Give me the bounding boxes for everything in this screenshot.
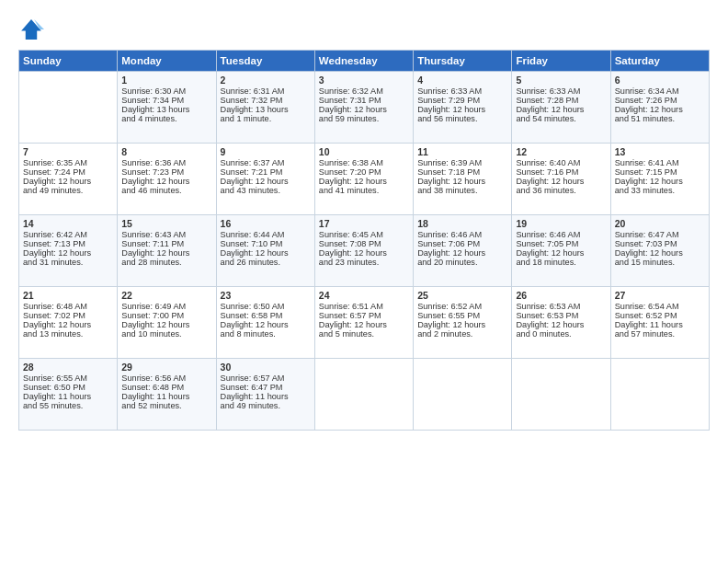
column-header-friday: Friday xyxy=(512,51,610,72)
day-info: and 2 minutes. xyxy=(417,329,507,339)
day-info: Daylight: 12 hours xyxy=(319,177,409,186)
day-cell: 18Sunrise: 6:46 AMSunset: 7:06 PMDayligh… xyxy=(414,215,512,287)
day-number: 8 xyxy=(121,146,211,157)
day-cell: 19Sunrise: 6:46 AMSunset: 7:05 PMDayligh… xyxy=(512,215,610,287)
day-info: Sunrise: 6:37 AM xyxy=(221,158,311,167)
day-info: Sunrise: 6:48 AM xyxy=(23,302,113,311)
day-cell: 20Sunrise: 6:47 AMSunset: 7:03 PMDayligh… xyxy=(610,215,709,287)
calendar-body: 1Sunrise: 6:30 AMSunset: 7:34 PMDaylight… xyxy=(19,72,710,431)
day-cell: 3Sunrise: 6:32 AMSunset: 7:31 PMDaylight… xyxy=(314,72,413,144)
day-cell: 30Sunrise: 6:57 AMSunset: 6:47 PMDayligh… xyxy=(216,359,314,431)
column-header-sunday: Sunday xyxy=(19,51,118,72)
day-info: Sunset: 7:29 PM xyxy=(417,96,507,105)
day-cell: 26Sunrise: 6:53 AMSunset: 6:53 PMDayligh… xyxy=(512,287,610,359)
day-info: Sunset: 6:48 PM xyxy=(121,383,211,392)
day-info: and 54 minutes. xyxy=(516,114,606,123)
day-info: Daylight: 11 hours xyxy=(615,320,705,329)
day-cell xyxy=(512,359,610,431)
day-number: 1 xyxy=(121,75,211,86)
day-info: Sunset: 7:34 PM xyxy=(121,96,211,105)
day-info: Sunrise: 6:35 AM xyxy=(23,158,113,167)
logo-icon xyxy=(18,17,44,42)
day-info: Daylight: 12 hours xyxy=(615,177,705,186)
svg-marker-0 xyxy=(21,19,41,40)
day-info: Daylight: 12 hours xyxy=(221,177,311,186)
day-info: Daylight: 12 hours xyxy=(516,248,606,258)
day-number: 22 xyxy=(121,290,211,301)
day-info: Sunset: 7:02 PM xyxy=(23,311,113,320)
day-cell: 27Sunrise: 6:54 AMSunset: 6:52 PMDayligh… xyxy=(610,287,709,359)
day-cell: 7Sunrise: 6:35 AMSunset: 7:24 PMDaylight… xyxy=(19,144,118,215)
column-header-saturday: Saturday xyxy=(610,51,709,72)
day-cell: 14Sunrise: 6:42 AMSunset: 7:13 PMDayligh… xyxy=(19,215,118,287)
day-number: 29 xyxy=(121,362,211,373)
day-info: and 18 minutes. xyxy=(516,258,606,267)
day-cell: 23Sunrise: 6:50 AMSunset: 6:58 PMDayligh… xyxy=(216,287,314,359)
day-number: 20 xyxy=(615,218,705,229)
day-info: and 26 minutes. xyxy=(221,258,311,267)
day-cell: 2Sunrise: 6:31 AMSunset: 7:32 PMDaylight… xyxy=(216,72,314,144)
day-info: Daylight: 12 hours xyxy=(417,320,507,329)
day-cell xyxy=(414,359,512,431)
day-info: Daylight: 12 hours xyxy=(615,105,705,114)
day-info: and 0 minutes. xyxy=(516,329,606,339)
day-number: 10 xyxy=(319,146,409,157)
day-number: 14 xyxy=(23,218,113,229)
day-info: and 36 minutes. xyxy=(516,186,606,195)
day-cell: 12Sunrise: 6:40 AMSunset: 7:16 PMDayligh… xyxy=(512,144,610,215)
calendar-header: SundayMondayTuesdayWednesdayThursdayFrid… xyxy=(19,51,710,72)
day-info: Daylight: 12 hours xyxy=(121,320,211,329)
day-info: Sunrise: 6:44 AM xyxy=(221,230,311,239)
day-info: Sunset: 6:52 PM xyxy=(615,311,705,320)
day-info: Sunset: 7:13 PM xyxy=(23,239,113,248)
week-row-5: 28Sunrise: 6:55 AMSunset: 6:50 PMDayligh… xyxy=(19,359,710,431)
day-info: Sunrise: 6:38 AM xyxy=(319,158,409,167)
day-info: Sunrise: 6:40 AM xyxy=(516,158,606,167)
day-info: and 4 minutes. xyxy=(121,114,211,123)
day-info: Sunrise: 6:42 AM xyxy=(23,230,113,239)
day-info: and 49 minutes. xyxy=(23,186,113,195)
day-info: Sunset: 7:24 PM xyxy=(23,167,113,177)
day-info: Daylight: 12 hours xyxy=(121,248,211,258)
day-info: Daylight: 12 hours xyxy=(121,177,211,186)
day-info: Sunset: 7:11 PM xyxy=(121,239,211,248)
day-info: Daylight: 12 hours xyxy=(417,177,507,186)
day-cell: 9Sunrise: 6:37 AMSunset: 7:21 PMDaylight… xyxy=(216,144,314,215)
column-header-monday: Monday xyxy=(118,51,216,72)
day-info: and 5 minutes. xyxy=(319,329,409,339)
day-info: and 23 minutes. xyxy=(319,258,409,267)
day-info: Sunrise: 6:43 AM xyxy=(121,230,211,239)
day-info: and 55 minutes. xyxy=(23,401,113,410)
day-info: Sunrise: 6:57 AM xyxy=(221,373,311,383)
day-info: Sunset: 6:50 PM xyxy=(23,383,113,392)
day-info: and 15 minutes. xyxy=(615,258,705,267)
day-info: Sunrise: 6:41 AM xyxy=(615,158,705,167)
week-row-4: 21Sunrise: 6:48 AMSunset: 7:02 PMDayligh… xyxy=(19,287,710,359)
day-number: 28 xyxy=(23,362,113,373)
day-info: Sunset: 7:20 PM xyxy=(319,167,409,177)
day-info: Daylight: 13 hours xyxy=(221,105,311,114)
day-info: Sunset: 7:10 PM xyxy=(221,239,311,248)
day-info: Sunset: 6:58 PM xyxy=(221,311,311,320)
day-info: Daylight: 12 hours xyxy=(516,320,606,329)
day-cell xyxy=(610,359,709,431)
day-info: Sunset: 7:06 PM xyxy=(417,239,507,248)
day-info: Daylight: 12 hours xyxy=(516,105,606,114)
day-cell xyxy=(314,359,413,431)
day-info: Sunset: 7:21 PM xyxy=(221,167,311,177)
day-info: Sunrise: 6:32 AM xyxy=(319,86,409,96)
day-number: 24 xyxy=(319,290,409,301)
day-cell: 25Sunrise: 6:52 AMSunset: 6:55 PMDayligh… xyxy=(414,287,512,359)
day-info: Sunrise: 6:49 AM xyxy=(121,302,211,311)
day-info: and 10 minutes. xyxy=(121,329,211,339)
day-info: Sunset: 7:26 PM xyxy=(615,96,705,105)
day-info: and 31 minutes. xyxy=(23,258,113,267)
day-info: Sunset: 7:15 PM xyxy=(615,167,705,177)
day-info: and 33 minutes. xyxy=(615,186,705,195)
day-number: 12 xyxy=(516,146,606,157)
day-cell: 11Sunrise: 6:39 AMSunset: 7:18 PMDayligh… xyxy=(414,144,512,215)
day-cell: 1Sunrise: 6:30 AMSunset: 7:34 PMDaylight… xyxy=(118,72,216,144)
day-info: Daylight: 12 hours xyxy=(23,248,113,258)
day-number: 11 xyxy=(417,146,507,157)
day-number: 23 xyxy=(221,290,311,301)
